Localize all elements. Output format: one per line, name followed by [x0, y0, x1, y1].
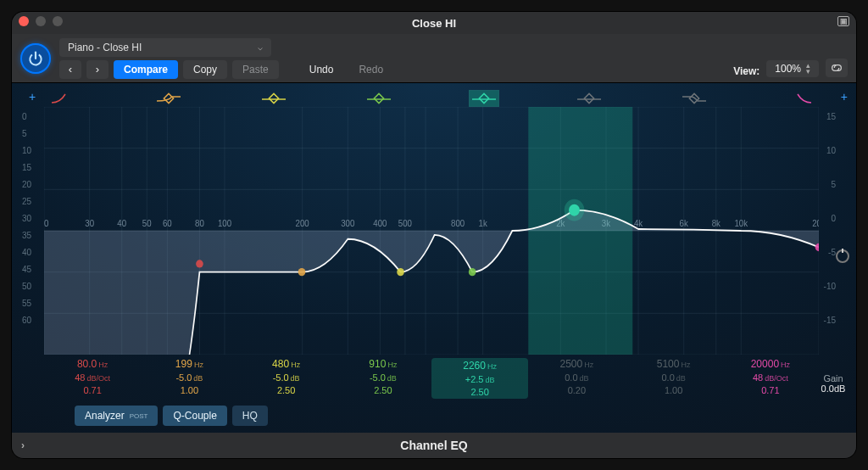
- master-gain-value[interactable]: 0.0dB: [821, 383, 846, 394]
- eq-node[interactable]: [397, 268, 404, 276]
- zoom-select[interactable]: 100% ▴▾: [766, 60, 819, 77]
- band-col-7[interactable]: 20000Hz48dB/Oct0.71: [722, 358, 819, 399]
- band-q[interactable]: 0.71: [83, 385, 101, 395]
- svg-text:20: 20: [44, 219, 49, 228]
- band-gain[interactable]: +2.5dB: [465, 374, 495, 384]
- traffic-lights: [19, 16, 63, 26]
- band-freq[interactable]: 910Hz: [369, 358, 397, 370]
- chevron-down-icon: ⌵: [258, 42, 263, 52]
- band-col-3[interactable]: 910Hz-5.0dB2.50: [335, 358, 431, 399]
- band-type-highshelf-6[interactable]: [680, 91, 709, 106]
- titlebar: Close HI ▣: [12, 12, 856, 34]
- band-type-bell-2[interactable]: [259, 91, 288, 106]
- band-gain[interactable]: -5.0dB: [273, 372, 300, 383]
- band-gain[interactable]: -5.0dB: [175, 372, 203, 383]
- band-freq[interactable]: 2260Hz: [463, 360, 497, 372]
- analyzer-mode: POST: [130, 412, 148, 420]
- plugin-window: Close HI ▣ Piano - Close HI ⌵ ‹ › Compar…: [12, 12, 856, 458]
- svg-text:6k: 6k: [680, 219, 689, 228]
- footer: › Channel EQ: [12, 433, 856, 458]
- stepper-icon: ▴▾: [806, 63, 810, 75]
- svg-text:500: 500: [398, 219, 413, 228]
- band-gain[interactable]: 0.0dB: [565, 372, 588, 383]
- eq-graph[interactable]: 2030405060801002003004005008001k2k3k4k6k…: [44, 107, 819, 355]
- left-scale-tick: 0: [22, 112, 27, 121]
- band-gain[interactable]: -5.0dB: [370, 372, 397, 383]
- band-type-bell-3[interactable]: [364, 91, 393, 106]
- paste-button[interactable]: Paste: [232, 60, 279, 79]
- zoom-icon[interactable]: [53, 16, 63, 26]
- eq-node[interactable]: [469, 268, 476, 276]
- svg-rect-6: [584, 93, 593, 103]
- svg-text:200: 200: [296, 219, 310, 228]
- hq-button[interactable]: HQ: [232, 406, 268, 426]
- left-gain-scale: + 051015202530354045505560: [20, 87, 44, 426]
- band-type-lowcut-0[interactable]: [49, 91, 78, 106]
- svg-text:60: 60: [163, 219, 172, 228]
- band-type-highcut-7[interactable]: [785, 91, 814, 106]
- qcouple-button[interactable]: Q-Couple: [163, 406, 226, 426]
- right-scale-tick: 10: [826, 146, 836, 155]
- minimize-icon[interactable]: [36, 16, 46, 26]
- preset-select[interactable]: Piano - Close HI ⌵: [59, 38, 271, 57]
- band-freq[interactable]: 480Hz: [272, 358, 300, 370]
- expand-footer-button[interactable]: ›: [12, 439, 34, 451]
- band-q[interactable]: 0.71: [761, 385, 779, 395]
- svg-rect-4: [374, 93, 383, 103]
- band-q[interactable]: 1.00: [181, 385, 198, 395]
- band-type-bell-5[interactable]: [575, 91, 604, 106]
- next-preset-button[interactable]: ›: [86, 60, 108, 79]
- close-icon[interactable]: [19, 16, 29, 26]
- eq-node[interactable]: [569, 204, 580, 216]
- svg-text:50: 50: [142, 219, 152, 228]
- band-col-2[interactable]: 480Hz-5.0dB2.50: [238, 358, 335, 399]
- copy-button[interactable]: Copy: [183, 60, 227, 79]
- svg-text:100: 100: [218, 219, 232, 228]
- band-gain[interactable]: 48dB/Oct: [75, 372, 110, 383]
- band-col-0[interactable]: 80.0Hz48dB/Oct0.71: [44, 358, 141, 399]
- eq-node[interactable]: [196, 260, 203, 267]
- band-q[interactable]: 2.50: [470, 387, 488, 397]
- band-gain[interactable]: 0.0dB: [661, 372, 685, 383]
- band-col-4[interactable]: 2260Hz+2.5dB2.50: [431, 358, 528, 399]
- link-button[interactable]: [826, 59, 848, 77]
- master-gain-knob[interactable]: [836, 249, 849, 263]
- left-scale-tick: 5: [22, 129, 27, 138]
- left-scale-tick: 15: [22, 163, 31, 172]
- right-plus-button[interactable]: +: [841, 87, 848, 107]
- preset-name: Piano - Close HI: [68, 42, 142, 53]
- band-q[interactable]: 1.00: [665, 385, 682, 395]
- snapshot-icon[interactable]: ▣: [837, 16, 849, 26]
- band-type-lowshelf-1[interactable]: [154, 91, 183, 106]
- right-scale-tick: 15: [826, 112, 836, 121]
- undo-button[interactable]: Undo: [299, 60, 344, 79]
- left-plus-button[interactable]: +: [20, 87, 44, 107]
- band-freq[interactable]: 80.0Hz: [77, 358, 108, 370]
- power-button[interactable]: [20, 43, 51, 74]
- band-freq[interactable]: 2500Hz: [560, 358, 594, 370]
- band-col-1[interactable]: 199Hz-5.0dB1.00: [141, 358, 237, 399]
- band-q[interactable]: 2.50: [277, 385, 295, 395]
- band-col-5[interactable]: 2500Hz0.0dB0.20: [528, 358, 625, 399]
- band-q[interactable]: 2.50: [374, 385, 392, 395]
- band-q[interactable]: 0.20: [568, 385, 586, 395]
- eq-node[interactable]: [298, 268, 306, 276]
- band-col-6[interactable]: 5100Hz0.0dB1.00: [626, 358, 722, 399]
- redo-button[interactable]: Redo: [348, 60, 393, 79]
- band-freq[interactable]: 199Hz: [175, 358, 203, 370]
- svg-text:30: 30: [85, 219, 94, 228]
- left-scale-tick: 25: [22, 197, 31, 206]
- right-scale-tick: 5: [831, 180, 836, 189]
- band-freq[interactable]: 5100Hz: [657, 358, 691, 370]
- band-type-bell-4[interactable]: [470, 91, 498, 106]
- left-scale-tick: 10: [22, 146, 31, 155]
- prev-preset-button[interactable]: ‹: [59, 60, 81, 79]
- band-freq[interactable]: 20000Hz: [751, 358, 790, 370]
- compare-button[interactable]: Compare: [114, 60, 178, 79]
- left-scale-tick: 35: [22, 231, 31, 240]
- analyzer-button[interactable]: Analyzer POST: [75, 406, 158, 426]
- toolbar-row: ‹ › Compare Copy Paste Undo Redo: [59, 60, 725, 79]
- link-icon: [830, 63, 843, 73]
- left-scale-tick: 40: [22, 248, 31, 257]
- band-gain[interactable]: 48dB/Oct: [753, 372, 788, 383]
